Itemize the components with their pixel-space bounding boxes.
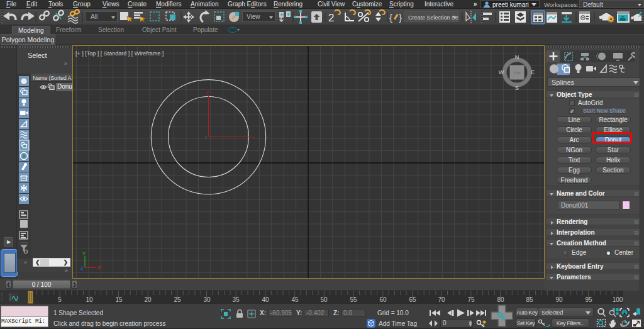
svg-text:60: 60 [379,296,387,303]
svg-text:Y: Y [82,251,86,257]
svg-text:x: x [252,135,255,139]
svg-text:z: z [205,135,207,139]
svg-text:X: X [97,265,101,270]
svg-text:90: 90 [555,296,563,303]
svg-text:y: y [206,90,209,95]
svg-text:75: 75 [467,296,475,303]
svg-text:10: 10 [86,296,93,303]
svg-text:}: } [399,12,402,23]
svg-text:5: 5 [58,296,62,303]
svg-text:20: 20 [144,296,152,303]
svg-text:55: 55 [350,296,357,303]
svg-text:45: 45 [291,296,299,303]
svg-text:80: 80 [497,296,504,303]
svg-text:N: N [515,54,519,60]
svg-text:25: 25 [174,296,181,303]
svg-text:[+ ] [Top ] [ Standard ] [ Wir: [+ ] [Top ] [ Standard ] [ Wireframe ] [75,50,164,57]
svg-text:85: 85 [526,296,533,303]
svg-text:35: 35 [232,296,240,303]
svg-text:65: 65 [409,296,416,303]
svg-text:95: 95 [585,296,592,303]
svg-text:50: 50 [320,296,328,303]
svg-text:S: S [515,85,519,91]
svg-text:E: E [531,69,535,75]
svg-text:2: 2 [328,12,334,24]
svg-text:{: { [389,12,392,23]
svg-text:W: W [499,69,504,75]
svg-text:70: 70 [438,296,445,303]
svg-text:Z: Z [80,265,84,271]
svg-text:TOP: TOP [513,71,521,75]
svg-text:40: 40 [262,296,269,303]
svg-text:100: 100 [613,296,623,303]
svg-text:15: 15 [115,296,123,303]
svg-text:30: 30 [203,296,211,303]
